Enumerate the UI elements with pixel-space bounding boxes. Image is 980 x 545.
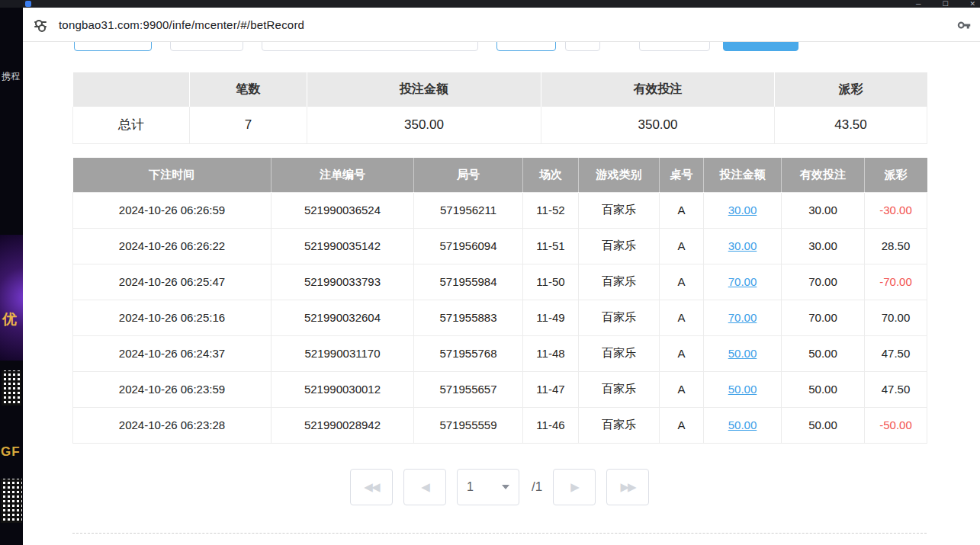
bet-time-cell: 2024-10-26 06:25:47 <box>73 264 272 300</box>
bet-amount-link[interactable]: 70.00 <box>728 275 757 288</box>
pagination: ◀◀ ◀ 1 /1 ▶ ▶▶ <box>72 469 927 505</box>
table-no-cell: A <box>660 335 704 371</box>
last-page-button[interactable]: ▶▶ <box>606 469 649 505</box>
round-id-cell: 571955768 <box>414 335 523 371</box>
valid-bet-cell: 50.00 <box>782 371 865 407</box>
password-key-icon[interactable] <box>957 18 971 32</box>
valid-bet-cell: 70.00 <box>782 300 865 335</box>
order-id-cell: 521990031170 <box>272 335 414 371</box>
bet-amount-cell: 30.00 <box>704 192 782 228</box>
column-header: 局号 <box>414 158 523 192</box>
bet-amount-link[interactable]: 50.00 <box>728 347 757 360</box>
bet-amount-link[interactable]: 50.00 <box>728 418 757 431</box>
page-select[interactable]: 1 <box>457 469 519 505</box>
minimize-button[interactable]: ─ <box>916 0 921 8</box>
table-row: 2024-10-26 06:24:37521990031170571955768… <box>73 335 927 371</box>
bet-amount-link[interactable]: 50.00 <box>728 383 757 396</box>
close-button[interactable]: ✕ <box>969 0 975 8</box>
payout-cell: -70.00 <box>865 264 927 300</box>
background-text-bottom: GF <box>1 444 21 460</box>
bet-amount-link[interactable]: 30.00 <box>728 204 757 216</box>
summary-header-valid: 有效投注 <box>541 72 775 107</box>
filter-tab-button[interactable] <box>74 42 152 51</box>
qr-code <box>2 370 21 406</box>
payout-cell: -30.00 <box>865 192 927 228</box>
column-header: 下注时间 <box>73 158 272 192</box>
maximize-button[interactable]: ☐ <box>942 0 948 8</box>
bet-amount-cell: 30.00 <box>704 228 782 264</box>
table-no-cell: A <box>660 407 704 443</box>
table-row: 2024-10-26 06:25:47521990033793571955984… <box>73 264 927 300</box>
summary-payout: 43.50 <box>775 107 927 143</box>
payout-cell: 70.00 <box>865 300 927 335</box>
game-type-cell: 百家乐 <box>579 228 660 264</box>
background-banner <box>0 235 23 361</box>
next-page-button[interactable]: ▶ <box>553 469 596 505</box>
background-text-mid: 优 <box>2 309 17 329</box>
prev-page-button[interactable]: ◀ <box>403 469 446 505</box>
session-cell: 11-51 <box>523 228 579 264</box>
game-type-cell: 百家乐 <box>579 264 660 300</box>
column-header: 桌号 <box>660 158 704 192</box>
round-id-cell: 571955657 <box>414 371 523 407</box>
table-no-cell: A <box>660 228 704 264</box>
summary-table: 笔数 投注金额 有效投注 派彩 总计 7 350.00 350.00 43.50 <box>72 72 927 144</box>
filter-date-box[interactable] <box>565 42 600 51</box>
column-header: 派彩 <box>865 158 927 192</box>
table-row: 2024-10-26 06:26:22521990035142571956094… <box>73 228 927 264</box>
background-text-top: 携程 <box>2 70 23 83</box>
round-id-cell: 571956094 <box>414 228 523 264</box>
bet-amount-cell: 50.00 <box>704 407 782 443</box>
valid-bet-cell: 50.00 <box>782 335 865 371</box>
column-header: 投注金额 <box>704 158 782 192</box>
game-type-cell: 百家乐 <box>579 407 660 443</box>
browser-urlbar: tongbao31.com:9900/infe/mcenter/#/betRec… <box>23 8 980 42</box>
bet-time-cell: 2024-10-26 06:24:37 <box>73 335 272 371</box>
summary-valid: 350.00 <box>541 107 775 143</box>
round-id-cell: 571955984 <box>414 264 523 300</box>
order-id-cell: 521990030012 <box>272 371 414 407</box>
payout-cell: 47.50 <box>865 371 927 407</box>
first-page-button[interactable]: ◀◀ <box>350 469 393 505</box>
game-type-cell: 百家乐 <box>579 335 660 371</box>
order-id-cell: 521990032604 <box>272 300 414 335</box>
table-no-cell: A <box>660 264 704 300</box>
session-cell: 11-47 <box>523 371 579 407</box>
payout-cell: -50.00 <box>865 407 927 443</box>
bet-amount-link[interactable]: 70.00 <box>728 311 757 324</box>
bet-amount-cell: 70.00 <box>704 300 782 335</box>
background-window-titlebar <box>0 0 23 8</box>
summary-header-payout: 派彩 <box>775 72 927 107</box>
column-header: 注单编号 <box>272 158 414 192</box>
summary-header-count: 笔数 <box>190 72 307 107</box>
bet-amount-cell: 50.00 <box>704 335 782 371</box>
site-settings-icon[interactable] <box>32 16 49 33</box>
tab-favicon <box>25 1 31 7</box>
table-row: 2024-10-26 06:23:28521990028942571955559… <box>73 407 927 443</box>
bet-amount-link[interactable]: 30.00 <box>728 239 757 252</box>
table-no-cell: A <box>660 192 704 228</box>
table-row: 2024-10-26 06:26:59521990036524571956211… <box>73 192 927 228</box>
bet-amount-cell: 70.00 <box>704 264 782 300</box>
payout-cell: 28.50 <box>865 228 927 264</box>
filter-small-button[interactable] <box>496 42 556 51</box>
filter-input[interactable] <box>262 42 478 51</box>
bet-time-cell: 2024-10-26 06:23:59 <box>73 371 272 407</box>
column-header: 游戏类别 <box>579 158 660 192</box>
column-header: 有效投注 <box>782 158 865 192</box>
filter-date-box[interactable] <box>639 42 710 51</box>
url-text[interactable]: tongbao31.com:9900/infe/mcenter/#/betRec… <box>59 18 304 31</box>
search-button[interactable] <box>723 42 798 51</box>
dashed-divider <box>72 533 927 534</box>
bet-amount-cell: 50.00 <box>704 371 782 407</box>
session-cell: 11-49 <box>523 300 579 335</box>
summary-header-bet: 投注金额 <box>307 72 541 107</box>
valid-bet-cell: 30.00 <box>782 228 865 264</box>
payout-cell: 47.50 <box>865 335 927 371</box>
table-row: 2024-10-26 06:25:16521990032604571955883… <box>73 300 927 335</box>
summary-total-label: 总计 <box>73 107 190 143</box>
bet-time-cell: 2024-10-26 06:25:16 <box>73 300 272 335</box>
filter-secondary-button[interactable] <box>170 42 243 51</box>
order-id-cell: 521990028942 <box>272 407 414 443</box>
valid-bet-cell: 70.00 <box>782 264 865 300</box>
